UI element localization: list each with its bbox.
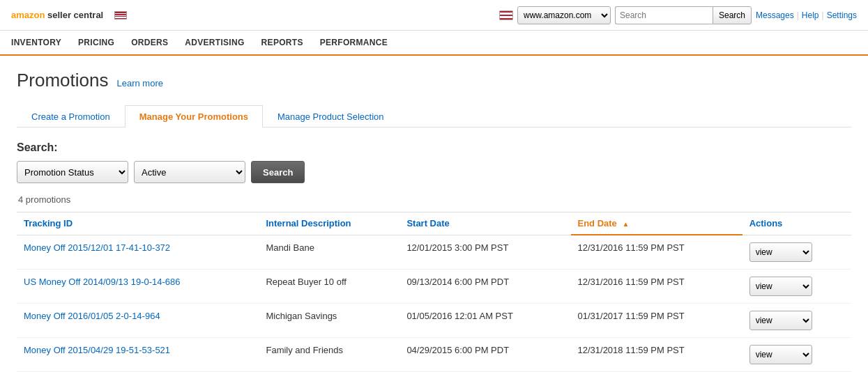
table-header-row: Tracking ID Internal Description Start D… (17, 212, 851, 235)
logo-seller-central: seller central (45, 10, 103, 20)
start-date-cell: 04/29/2015 6:00 PM PDT (399, 337, 570, 371)
tracking-id-cell: US Money Off 2014/09/13 19-0-14-686 (17, 269, 259, 303)
tab-product[interactable]: Manage Product Selection (263, 105, 398, 127)
table-row: US Money Off 2014/09/13 19-0-14-686 Repe… (17, 269, 851, 303)
end-date-cell: 12/31/2018 11:59 PM PST (571, 337, 743, 371)
page-title: Promotions (17, 70, 109, 91)
header-links: Messages | Help | Settings (756, 10, 857, 20)
header-search-box: Search (615, 6, 752, 24)
actions-cell: view edit delete (743, 337, 851, 371)
us-flag-icon (499, 10, 513, 20)
table-row: Money Off 2015/04/29 19-51-53-521 Family… (17, 337, 851, 371)
domain-selector-area: www.amazon.com www.amazon.co.uk www.amaz… (499, 6, 857, 24)
description-cell: Mandi Bane (259, 235, 399, 269)
results-count: 4 promotions (17, 194, 851, 205)
table-row: Money Off 2016/01/05 2-0-14-964 Michigan… (17, 303, 851, 337)
end-date-cell: 12/31/2016 11:59 PM PST (571, 235, 743, 269)
end-date-cell: 01/31/2017 11:59 PM PST (571, 303, 743, 337)
end-date-cell: 12/31/2016 11:59 PM PST (571, 269, 743, 303)
sep2: | (822, 10, 824, 20)
actions-cell: view edit delete (743, 269, 851, 303)
tab-create[interactable]: Create a Promotion (17, 105, 125, 127)
col-start-date[interactable]: Start Date (399, 212, 570, 235)
table-body: Money Off 2015/12/01 17-41-10-372 Mandi … (17, 235, 851, 371)
tracking-id-cell: Money Off 2015/04/29 19-51-53-521 (17, 337, 259, 371)
tracking-id-link[interactable]: US Money Off 2014/09/13 19-0-14-686 (24, 277, 181, 287)
learn-more-link[interactable]: Learn more (117, 78, 163, 88)
description-cell: Family and Friends (259, 337, 399, 371)
search-section: Search: Promotion Status Active Inactive… (17, 141, 851, 183)
actions-select[interactable]: view edit delete (749, 311, 812, 330)
logo-area: amazon seller central (11, 10, 127, 20)
page-header: amazon seller central www.amazon.com www… (0, 0, 868, 31)
nav-orders[interactable]: ORDERS (131, 38, 168, 47)
page-title-area: Promotions Learn more (17, 70, 851, 91)
page-content: Promotions Learn more Create a Promotion… (0, 56, 868, 372)
col-actions: Actions (743, 212, 851, 235)
tracking-id-cell: Money Off 2016/01/05 2-0-14-964 (17, 303, 259, 337)
actions-select[interactable]: view edit delete (749, 242, 812, 262)
search-button[interactable]: Search (251, 161, 305, 183)
tracking-id-cell: Money Off 2015/12/01 17-41-10-372 (17, 235, 259, 269)
search-controls: Promotion Status Active Inactive All Act… (17, 161, 851, 183)
table-row: Money Off 2015/12/01 17-41-10-372 Mandi … (17, 235, 851, 269)
start-date-cell: 09/13/2014 6:00 PM PDT (399, 269, 570, 303)
nav-bar: INVENTORY PRICING ORDERS ADVERTISING REP… (0, 31, 868, 56)
col-description[interactable]: Internal Description (259, 212, 399, 235)
actions-select[interactable]: view edit delete (749, 345, 812, 364)
sort-arrow-icon: ▲ (622, 220, 629, 228)
search-label: Search: (17, 141, 851, 154)
start-date-cell: 12/01/2015 3:00 PM PST (399, 235, 570, 269)
tabs-container: Create a Promotion Manage Your Promotion… (17, 105, 851, 127)
start-date-cell: 01/05/2016 12:01 AM PST (399, 303, 570, 337)
promotion-status-select[interactable]: Promotion Status Active Inactive All (17, 161, 128, 183)
description-cell: Michigan Savings (259, 303, 399, 337)
messages-link[interactable]: Messages (756, 10, 794, 20)
col-end-date[interactable]: End Date ▲ (571, 212, 743, 235)
nav-pricing[interactable]: PRICING (78, 38, 114, 47)
tracking-id-link[interactable]: Money Off 2015/12/01 17-41-10-372 (24, 242, 170, 253)
header-search-input[interactable] (615, 6, 713, 24)
actions-cell: view edit delete (743, 303, 851, 337)
promotions-table: Tracking ID Internal Description Start D… (17, 212, 851, 372)
logo-amazon: amazon (11, 10, 45, 20)
help-link[interactable]: Help (802, 10, 819, 20)
nav-inventory[interactable]: INVENTORY (11, 38, 61, 47)
description-cell: Repeat Buyer 10 off (259, 269, 399, 303)
settings-link[interactable]: Settings (827, 10, 857, 20)
actions-select[interactable]: view edit delete (749, 277, 812, 296)
nav-reports[interactable]: REPORTS (261, 38, 303, 47)
actions-cell: view edit delete (743, 235, 851, 269)
tab-manage[interactable]: Manage Your Promotions (125, 105, 263, 127)
logo-text: amazon seller central (11, 10, 103, 20)
sep1: | (797, 10, 799, 20)
nav-performance[interactable]: PERFORMANCE (320, 38, 388, 47)
flag-icon (114, 11, 127, 20)
header-search-button[interactable]: Search (713, 6, 752, 24)
col-tracking-id[interactable]: Tracking ID (17, 212, 259, 235)
tracking-id-link[interactable]: Money Off 2015/04/29 19-51-53-521 (24, 345, 170, 355)
promotion-value-select[interactable]: Active Inactive All (134, 161, 245, 183)
tracking-id-link[interactable]: Money Off 2016/01/05 2-0-14-964 (24, 311, 160, 321)
domain-select[interactable]: www.amazon.com www.amazon.co.uk www.amaz… (517, 6, 611, 24)
nav-advertising[interactable]: ADVERTISING (185, 38, 244, 47)
